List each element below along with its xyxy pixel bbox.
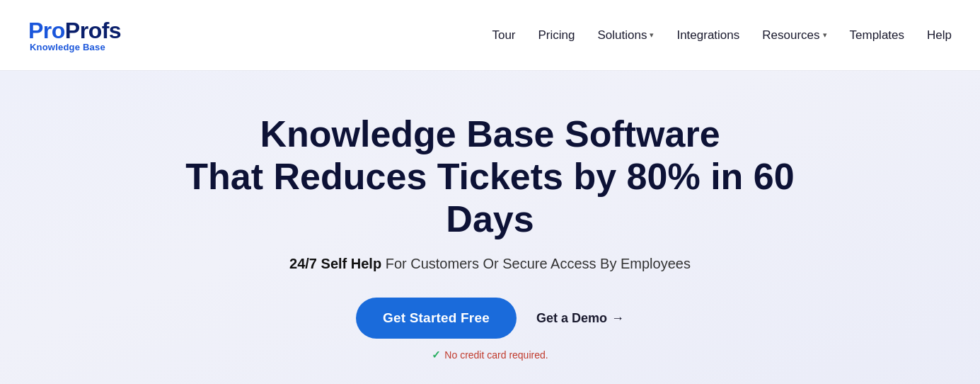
- hero-subtitle: 24/7 Self Help For Customers Or Secure A…: [289, 256, 691, 272]
- check-icon: ✓: [432, 349, 441, 361]
- get-started-button[interactable]: Get Started Free: [356, 298, 517, 339]
- logo-profs: Profs: [65, 18, 121, 43]
- logo-sub: Knowledge Base: [28, 43, 121, 52]
- nav-item-pricing[interactable]: Pricing: [538, 23, 575, 48]
- nav-item-solutions[interactable]: Solutions ▾: [598, 23, 655, 48]
- nav-item-templates[interactable]: Templates: [850, 23, 904, 48]
- logo-pro: Pro: [28, 18, 65, 43]
- hero-section: Knowledge Base Software That Reduces Tic…: [0, 71, 980, 384]
- header: ProProfs Knowledge Base Tour Pricing Sol…: [0, 0, 980, 71]
- cta-row: Get Started Free Get a Demo →: [356, 298, 624, 339]
- nav-item-integrations[interactable]: Integrations: [676, 23, 739, 48]
- arrow-icon: →: [611, 311, 624, 326]
- hero-title: Knowledge Base Software That Reduces Tic…: [172, 113, 809, 240]
- nav-item-tour[interactable]: Tour: [492, 23, 515, 48]
- main-nav: Tour Pricing Solutions ▾ Integrations Re…: [492, 23, 952, 48]
- no-credit-card-notice: ✓ No credit card required.: [432, 349, 548, 361]
- get-demo-link[interactable]: Get a Demo →: [536, 311, 624, 326]
- chevron-down-icon: ▾: [650, 30, 654, 40]
- logo[interactable]: ProProfs Knowledge Base: [28, 19, 121, 52]
- nav-item-resources[interactable]: Resources ▾: [762, 23, 826, 48]
- chevron-down-icon: ▾: [823, 30, 827, 40]
- nav-item-help[interactable]: Help: [927, 23, 952, 48]
